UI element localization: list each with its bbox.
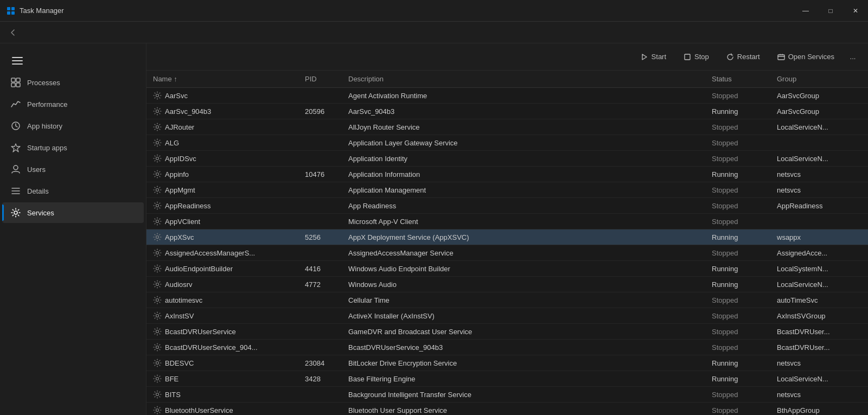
more-options-button[interactable]: ... [844,48,861,66]
cell-description: AarSvc_904b3 [342,104,705,119]
sidebar-item-details[interactable]: Details [2,181,144,201]
cell-pid [298,403,342,416]
sidebar-item-performance[interactable]: Performance [2,94,144,114]
cell-pid: 4772 [298,277,342,292]
cell-status: Stopped [705,340,770,355]
cell-group: LocalServiceN... [770,119,868,135]
cell-name: autotimesvc [146,292,298,308]
back-button[interactable] [4,24,22,41]
cell-name: AppMgmt [146,182,298,198]
table-row[interactable]: BcastDVRUserService GameDVR and Broadcas… [146,324,868,340]
cell-description: Application Information [342,167,705,182]
table-row[interactable]: AppReadiness App Readiness Stopped AppRe… [146,198,868,214]
cell-group: AxInstSVGroup [770,308,868,324]
svg-point-13 [14,211,17,214]
svg-rect-1 [11,7,15,10]
table-row[interactable]: Audiosrv 4772 Windows Audio Running Loca… [146,277,868,292]
cell-status: Running [705,371,770,387]
sidebar-item-startup-apps[interactable]: Startup apps [2,137,144,158]
cell-name: AppVClient [146,214,298,229]
svg-point-19 [156,126,159,129]
table-row[interactable]: AarSvc_904b3 20596 AarSvc_904b3 Running … [146,104,868,119]
sidebar-item-performance-label: Performance [27,100,67,108]
svg-point-24 [156,205,159,207]
sidebar-item-app-history[interactable]: App history [2,116,144,136]
col-header-pid[interactable]: PID [298,71,342,88]
svg-point-20 [156,142,159,144]
open-services-button[interactable]: Open Services [770,49,842,64]
cell-description: Windows Audio [342,277,705,292]
svg-rect-4 [11,78,15,82]
svg-rect-2 [7,11,10,15]
svg-point-30 [156,299,159,302]
cell-description: AssignedAccessManager Service [342,245,705,261]
svg-point-32 [156,330,159,333]
table-row[interactable]: AxInstSV ActiveX Installer (AxInstSV) St… [146,308,868,324]
start-button[interactable]: Start [633,49,674,64]
col-header-name[interactable]: Name ↑ [146,71,298,88]
col-header-status[interactable]: Status [705,71,770,88]
stop-button[interactable]: Stop [676,49,717,64]
cell-group: netsvcs [770,182,868,198]
users-icon [11,164,21,174]
svg-point-37 [156,409,159,412]
table-row[interactable]: AppXSvc 5256 AppX Deployment Service (Ap… [146,229,868,245]
cell-description: Base Filtering Engine [342,371,705,387]
restart-button[interactable]: Restart [719,49,768,64]
startup-apps-icon [11,143,21,152]
table-row[interactable]: AppVClient Microsoft App-V Client Stoppe… [146,214,868,229]
services-table-container[interactable]: Name ↑ PID Description Status [146,71,868,415]
cell-group: BcastDVRUser... [770,340,868,355]
cell-group: LocalServiceN... [770,371,868,387]
sidebar-item-services-label: Services [27,209,54,217]
table-row[interactable]: BluetoothUserService Bluetooth User Supp… [146,403,868,416]
cell-group: netsvcs [770,167,868,182]
table-row[interactable]: AarSvc Agent Activation Runtime Stopped … [146,88,868,104]
cell-name: Appinfo [146,167,298,182]
cell-description: AppX Deployment Service (AppXSVC) [342,229,705,245]
cell-status: Stopped [705,292,770,308]
maximize-button[interactable]: □ [818,0,843,22]
svg-point-18 [156,110,159,113]
content-area: Start Stop Restart Open S [146,43,868,415]
sidebar-item-services[interactable]: Services [2,202,144,223]
cell-name: BFE [146,371,298,387]
table-row[interactable]: autotimesvc Cellular Time Stopped autoTi… [146,292,868,308]
sidebar-item-processes[interactable]: Processes [2,72,144,93]
table-row[interactable]: BFE 3428 Base Filtering Engine Running L… [146,371,868,387]
table-row[interactable]: Appinfo 10476 Application Information Ru… [146,167,868,182]
cell-pid: 20596 [298,104,342,119]
cell-description: ActiveX Installer (AxInstSV) [342,308,705,324]
cell-status: Stopped [705,151,770,167]
cell-name: AppIDSvc [146,151,298,167]
cell-pid: 4416 [298,261,342,277]
svg-point-9 [14,165,18,170]
table-row[interactable]: AudioEndpointBuilder 4416 Windows Audio … [146,261,868,277]
cell-description: BitLocker Drive Encryption Service [342,355,705,371]
cell-status: Stopped [705,198,770,214]
cell-name: AarSvc_904b3 [146,104,298,119]
col-header-group[interactable]: Group [770,71,868,88]
hamburger-button[interactable] [9,52,26,69]
table-row[interactable]: BITS Background Intelligent Transfer Ser… [146,387,868,403]
sidebar-item-users[interactable]: Users [2,159,144,180]
close-button[interactable]: ✕ [843,0,868,22]
table-row[interactable]: AppIDSvc Application Identity Stopped Lo… [146,151,868,167]
minimize-button[interactable]: — [793,0,818,22]
table-row[interactable]: ALG Application Layer Gateway Service St… [146,135,868,151]
table-row[interactable]: BcastDVRUserService_904... BcastDVRUserS… [146,340,868,355]
table-row[interactable]: AJRouter AllJoyn Router Service Stopped … [146,119,868,135]
table-row[interactable]: AssignedAccessManagerS... AssignedAccess… [146,245,868,261]
table-row[interactable]: AppMgmt Application Management Stopped n… [146,182,868,198]
svg-point-33 [156,346,159,349]
sidebar-item-processes-label: Processes [27,79,60,87]
cell-pid [298,88,342,104]
svg-point-36 [156,393,159,396]
cell-pid: 3428 [298,371,342,387]
cell-pid [298,135,342,151]
app-title: Task Manager [20,7,64,15]
table-row[interactable]: BDESVC 23084 BitLocker Drive Encryption … [146,355,868,371]
cell-pid [298,119,342,135]
col-header-description[interactable]: Description [342,71,705,88]
cell-description: Application Identity [342,151,705,167]
